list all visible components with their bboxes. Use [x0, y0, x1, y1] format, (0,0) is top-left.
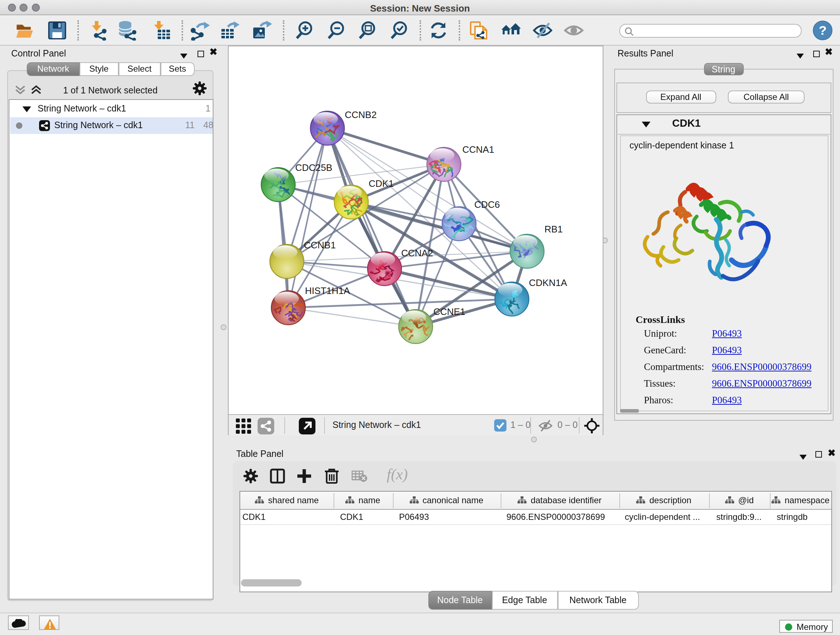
svg-text:CDC6: CDC6 — [474, 199, 500, 210]
svg-text:?: ? — [819, 23, 827, 38]
svg-text:HIST1H1A: HIST1H1A — [305, 285, 350, 296]
svg-text:CCNB1: CCNB1 — [303, 240, 335, 250]
svg-text:CDK1: CDK1 — [368, 178, 393, 189]
svg-text:CCNB2: CCNB2 — [344, 109, 376, 120]
svg-text:CDC25B: CDC25B — [295, 162, 332, 173]
svg-text:RB1: RB1 — [544, 224, 562, 234]
svg-text:CCNA1: CCNA1 — [462, 144, 494, 155]
svg-text:CCNE1: CCNE1 — [433, 306, 465, 317]
svg-text:CCNA2: CCNA2 — [401, 248, 433, 258]
svg-text:CDKN1A: CDKN1A — [529, 277, 567, 288]
